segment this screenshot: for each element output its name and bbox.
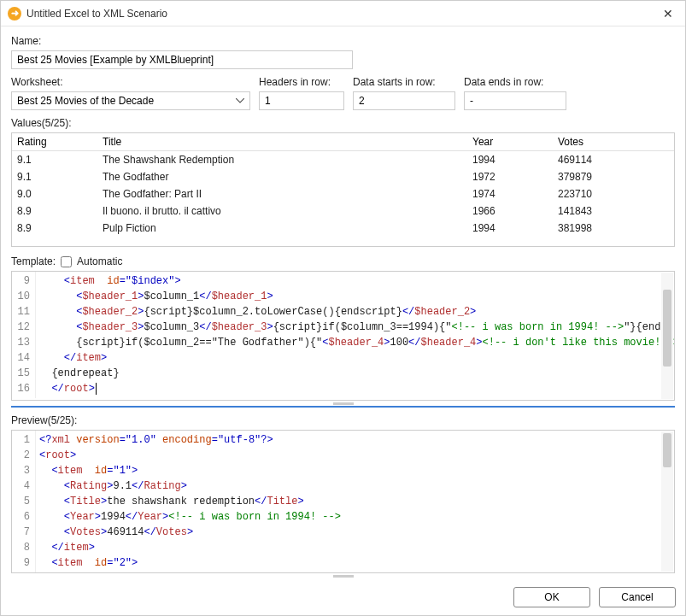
cell-votes: 379879 (558, 171, 669, 183)
cell-votes: 141843 (558, 205, 669, 217)
cell-votes: 469114 (558, 154, 669, 166)
cell-year: 1994 (472, 154, 558, 166)
app-icon: ➜ (8, 7, 21, 21)
worksheet-label: Worksheet: (11, 76, 250, 88)
headers-row-input[interactable] (259, 91, 344, 110)
cell-rating: 8.9 (17, 205, 103, 217)
preview-label: Preview(5/25): (11, 414, 675, 426)
data-ends-label: Data ends in row: (464, 76, 566, 88)
template-label: Template: (11, 255, 56, 267)
cell-year: 1994 (472, 222, 558, 234)
table-row[interactable]: 8.9Il buono. il brutto. il cattivo196614… (12, 202, 674, 220)
dialog-buttons: OK Cancel (0, 578, 686, 616)
table-row[interactable]: 8.9Pulp Fiction1994381998 (12, 220, 674, 237)
values-table: Rating Title Year Votes 9.1The Shawshank… (11, 132, 675, 247)
cell-votes: 381998 (558, 222, 669, 234)
col-header-year[interactable]: Year (472, 136, 558, 148)
cell-year: 1974 (472, 188, 558, 200)
col-header-title[interactable]: Title (103, 136, 472, 148)
automatic-checkbox[interactable] (61, 256, 72, 267)
table-row[interactable]: 9.0The Godfather: Part II1974223710 (12, 185, 674, 202)
ok-button[interactable]: OK (513, 587, 590, 607)
template-scrollbar[interactable] (661, 273, 673, 399)
data-starts-input[interactable] (353, 91, 455, 110)
table-row[interactable]: 9.1The Shawshank Redemption1994469114 (12, 151, 674, 168)
cell-year: 1972 (472, 171, 558, 183)
data-starts-label: Data starts in row: (353, 76, 455, 88)
name-label: Name: (11, 35, 675, 47)
cancel-button[interactable]: Cancel (599, 587, 676, 607)
cell-year: 1966 (472, 205, 558, 217)
close-icon[interactable]: ✕ (658, 5, 678, 22)
cell-title: The Godfather: Part II (103, 188, 472, 200)
preview-scrollbar[interactable] (661, 431, 673, 572)
data-ends-input[interactable] (464, 91, 566, 110)
col-header-votes[interactable]: Votes (558, 136, 669, 148)
cell-rating: 9.0 (17, 188, 103, 200)
cell-title: The Godfather (103, 171, 472, 183)
cell-title: Pulp Fiction (103, 222, 472, 234)
headers-row-label: Headers in row: (259, 76, 344, 88)
cell-rating: 8.9 (17, 222, 103, 234)
preview-editor[interactable]: 123456789 <?xml version="1.0" encoding="… (11, 430, 675, 573)
title-bar: ➜ Untitled Excel to XML Scenario ✕ (1, 1, 685, 26)
cell-rating: 9.1 (17, 171, 103, 183)
window-title: Untitled Excel to XML Scenario (26, 8, 658, 20)
name-input[interactable] (11, 50, 353, 69)
worksheet-select[interactable]: Best 25 Movies of the Decade (11, 91, 250, 110)
cell-title: Il buono. il brutto. il cattivo (103, 205, 472, 217)
pane-divider[interactable] (11, 406, 675, 408)
values-label: Values(5/25): (11, 117, 675, 129)
table-row[interactable]: 9.1The Godfather1972379879 (12, 168, 674, 185)
cell-votes: 223710 (558, 188, 669, 200)
cell-title: The Shawshank Redemption (103, 154, 472, 166)
cell-rating: 9.1 (17, 154, 103, 166)
col-header-rating[interactable]: Rating (17, 136, 103, 148)
template-editor[interactable]: 910111213141516 <item id="$index"> <$hea… (11, 271, 675, 401)
automatic-label: Automatic (77, 255, 122, 267)
table-header-row: Rating Title Year Votes (12, 133, 674, 151)
